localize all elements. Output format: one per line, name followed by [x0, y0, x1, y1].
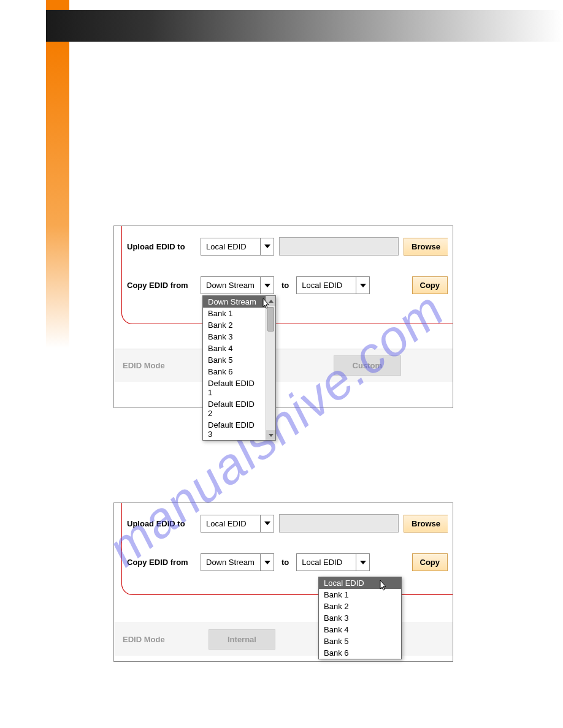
dropdown-item[interactable]: Bank 1 — [319, 589, 401, 601]
orange-sidebar — [46, 42, 69, 348]
upload-label: Upload EDID to — [127, 519, 196, 528]
copy-from-select-value: Down Stream — [201, 277, 260, 294]
dropdown-item[interactable]: Bank 5 — [319, 635, 401, 647]
copy-button[interactable]: Copy — [412, 276, 448, 294]
copy-row: Copy EDID from Down Stream to Local EDID… — [122, 548, 453, 576]
edid-mode-label: EDID Mode — [123, 635, 202, 644]
copy-from-select-value: Down Stream — [201, 554, 260, 571]
copy-to-select[interactable]: Local EDID — [296, 276, 370, 294]
upload-row: Upload EDID to Local EDID Browse — [122, 509, 453, 537]
dropdown-item[interactable]: Bank 4 — [319, 624, 401, 635]
chevron-down-icon[interactable] — [260, 277, 274, 294]
edid-panel-1: Upload EDID to Local EDID Browse Copy ED… — [113, 226, 453, 408]
copy-to-dropdown[interactable]: Local EDID Bank 1 Bank 2 Bank 3 Bank 4 B… — [318, 577, 402, 659]
upload-label: Upload EDID to — [127, 242, 196, 251]
scroll-thumb[interactable] — [267, 307, 274, 332]
chevron-down-icon[interactable] — [260, 554, 274, 571]
dropdown-item[interactable]: Bank 5 — [203, 354, 266, 366]
upload-select-value: Local EDID — [201, 238, 260, 255]
browse-button[interactable]: Browse — [404, 238, 448, 256]
dropdown-scrollbar[interactable] — [266, 296, 275, 440]
copy-button[interactable]: Copy — [412, 553, 448, 571]
copy-label: Copy EDID from — [127, 558, 196, 567]
edid-mode-button[interactable]: Internal — [209, 629, 275, 650]
copy-from-select[interactable]: Down Stream — [201, 276, 274, 294]
edid-inner-1: Upload EDID to Local EDID Browse Copy ED… — [121, 226, 453, 324]
edid-mode-button[interactable]: Custom — [334, 355, 401, 376]
dropdown-item[interactable]: Local EDID — [319, 577, 401, 589]
scroll-down-icon[interactable] — [266, 430, 275, 440]
dropdown-item[interactable]: Bank 1 — [203, 308, 266, 319]
upload-row: Upload EDID to Local EDID Browse — [122, 232, 453, 260]
dropdown-item[interactable]: Default EDID 1 — [203, 377, 266, 398]
dropdown-item[interactable]: Bank 4 — [203, 343, 266, 354]
edid-mode-row: EDID Mode Internal — [114, 623, 453, 656]
edid-panel-2: Upload EDID to Local EDID Browse Copy ED… — [113, 502, 453, 662]
dropdown-item[interactable]: Default EDID 2 — [203, 398, 266, 419]
orange-tab — [46, 0, 69, 10]
dropdown-item[interactable]: Default EDID 3 — [203, 419, 266, 440]
chevron-down-icon[interactable] — [356, 554, 369, 571]
upload-select[interactable]: Local EDID — [201, 238, 274, 256]
upload-file-input[interactable] — [279, 514, 399, 533]
upload-file-input[interactable] — [279, 237, 399, 256]
copy-to-select[interactable]: Local EDID — [296, 553, 370, 571]
copy-from-select[interactable]: Down Stream — [201, 553, 274, 571]
dropdown-item[interactable]: Down Stream — [203, 296, 266, 308]
dropdown-item[interactable]: Bank 2 — [203, 319, 266, 331]
upload-select[interactable]: Local EDID — [201, 515, 274, 533]
upload-select-value: Local EDID — [201, 515, 260, 532]
dropdown-item[interactable]: Bank 2 — [319, 601, 401, 612]
edid-inner-2: Upload EDID to Local EDID Browse Copy ED… — [121, 503, 453, 595]
dropdown-item[interactable]: Bank 3 — [203, 331, 266, 343]
to-label: to — [279, 281, 291, 290]
dropdown-item[interactable]: Bank 3 — [319, 612, 401, 624]
chevron-down-icon[interactable] — [260, 238, 274, 255]
chevron-down-icon[interactable] — [356, 277, 369, 294]
browse-button[interactable]: Browse — [404, 515, 448, 533]
chevron-down-icon[interactable] — [260, 515, 274, 532]
copy-label: Copy EDID from — [127, 281, 196, 290]
header-gradient — [46, 10, 563, 42]
to-label: to — [279, 558, 291, 567]
scroll-up-icon[interactable] — [266, 296, 275, 306]
top-bar — [0, 0, 563, 43]
copy-to-select-value: Local EDID — [297, 277, 356, 294]
copy-from-dropdown[interactable]: Down Stream Bank 1 Bank 2 Bank 3 Bank 4 … — [202, 295, 276, 441]
edid-mode-label: EDID Mode — [123, 361, 202, 370]
dropdown-item[interactable]: Bank 6 — [319, 647, 401, 659]
dropdown-item[interactable]: Bank 6 — [203, 366, 266, 377]
copy-to-select-value: Local EDID — [297, 554, 356, 571]
edid-mode-row: EDID Mode Custom — [114, 349, 453, 382]
copy-row: Copy EDID from Down Stream to Local EDID… — [122, 271, 453, 299]
